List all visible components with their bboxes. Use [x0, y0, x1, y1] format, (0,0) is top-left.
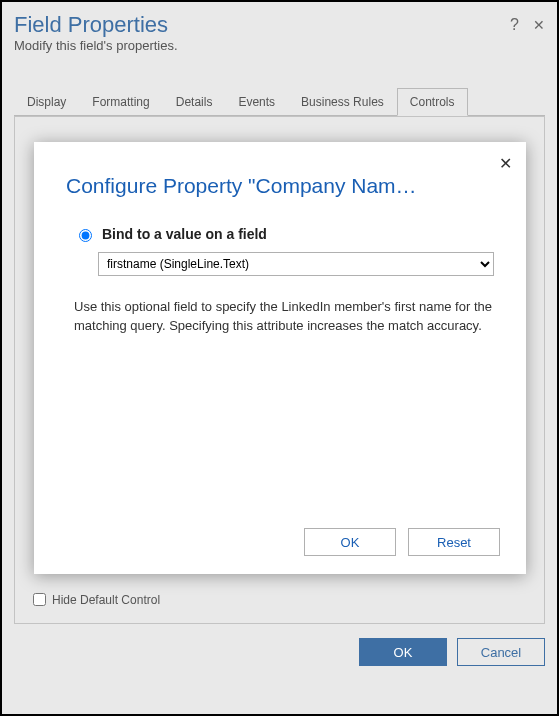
page-subtitle: Modify this field's properties.	[14, 38, 545, 53]
configure-property-dialog: ✕ Configure Property "Company Nam… Bind …	[34, 142, 526, 574]
bind-option-row: Bind to a value on a field	[74, 226, 504, 242]
bind-to-field-radio[interactable]	[79, 229, 92, 242]
dialog-footer: OK Reset	[56, 528, 504, 556]
dialog-reset-button[interactable]: Reset	[408, 528, 500, 556]
bind-to-field-label: Bind to a value on a field	[102, 226, 267, 242]
ok-button[interactable]: OK	[359, 638, 447, 666]
dialog-title: Configure Property "Company Nam…	[66, 174, 494, 198]
tab-details[interactable]: Details	[163, 88, 226, 116]
cancel-button[interactable]: Cancel	[457, 638, 545, 666]
tab-controls[interactable]: Controls	[397, 88, 468, 116]
field-select[interactable]: firstname (SingleLine.Text)	[98, 252, 494, 276]
dialog-ok-button[interactable]: OK	[304, 528, 396, 556]
tab-bar: Display Formatting Details Events Busine…	[14, 87, 545, 116]
window-footer-buttons: OK Cancel	[14, 638, 545, 666]
close-icon[interactable]: ✕	[533, 17, 545, 33]
tab-business-rules[interactable]: Business Rules	[288, 88, 397, 116]
hide-default-control-label: Hide Default Control	[52, 593, 160, 607]
hide-default-control-row: Hide Default Control	[29, 590, 160, 609]
window-header: Field Properties ? ✕	[14, 12, 545, 38]
tab-events[interactable]: Events	[225, 88, 288, 116]
tab-formatting[interactable]: Formatting	[79, 88, 162, 116]
dialog-close-icon[interactable]: ✕	[499, 154, 512, 173]
tab-display[interactable]: Display	[14, 88, 79, 116]
property-description: Use this optional field to specify the L…	[74, 298, 494, 336]
page-title: Field Properties	[14, 12, 510, 38]
hide-default-control-checkbox[interactable]	[33, 593, 46, 606]
field-select-wrap: firstname (SingleLine.Text)	[98, 252, 494, 276]
help-icon[interactable]: ?	[510, 16, 519, 34]
